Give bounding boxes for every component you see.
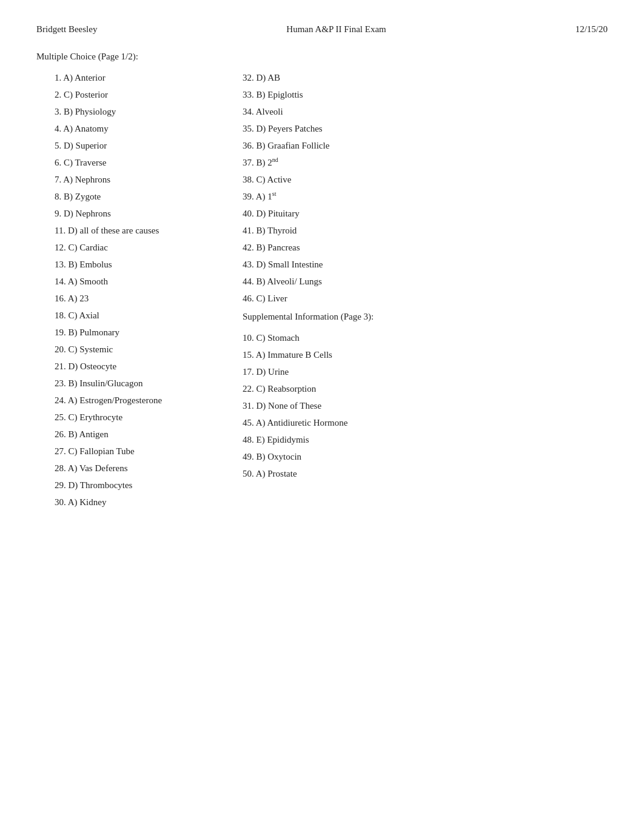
document-header: Bridgett Beesley Human A&P II Final Exam… [36,24,608,35]
list-item: 9. D) Nephrons [55,206,206,221]
supplemental-title: Supplemental Information (Page 3): [243,312,608,322]
list-item: 10. C) Stomach [243,330,608,345]
list-item: 39. A) 1st [243,189,608,204]
list-item: 41. B) Thyroid [243,223,608,238]
left-column: 1. A) Anterior 2. C) Posterior 3. B) Phy… [36,70,206,512]
list-item: 15. A) Immature B Cells [243,347,608,362]
exam-title: Human A&P II Final Exam [286,24,386,35]
list-item: 37. B) 2nd [243,155,608,170]
list-item: 34. Alveoli [243,104,608,119]
list-item: 50. A) Prostate [243,466,608,481]
list-item: 24. A) Estrogen/Progesterone [55,393,206,407]
list-item: 3. B) Physiology [55,104,206,119]
list-item: 36. B) Graafian Follicle [243,138,608,153]
right-answer-list: 32. D) AB 33. B) Epiglottis 34. Alveoli … [243,70,608,306]
exam-date: 12/15/20 [575,24,608,35]
list-item: 21. D) Osteocyte [55,359,206,374]
supplemental-section: Supplemental Information (Page 3): 10. C… [243,312,608,481]
list-item: 2. C) Posterior [55,87,206,102]
list-item: 11. D) all of these are causes [55,223,206,238]
list-item: 19. B) Pulmonary [55,325,206,340]
list-item: 7. A) Nephrons [55,172,206,187]
list-item: 46. C) Liver [243,291,608,306]
list-item: 40. D) Pituitary [243,206,608,221]
list-item: 32. D) AB [243,70,608,85]
student-name: Bridgett Beesley [36,24,97,35]
list-item: 17. D) Urine [243,364,608,379]
supplemental-answer-list: 10. C) Stomach 15. A) Immature B Cells 1… [243,330,608,481]
list-item: 43. D) Small Intestine [243,257,608,272]
list-item: 16. A) 23 [55,291,206,306]
list-item: 4. A) Anatomy [55,121,206,136]
list-item: 38. C) Active [243,172,608,187]
list-item: 6. C) Traverse [55,155,206,170]
list-item: 22. C) Reabsorption [243,381,608,396]
list-item: 1. A) Anterior [55,70,206,85]
list-item: 29. D) Thrombocytes [55,478,206,492]
list-item: 33. B) Epiglottis [243,87,608,102]
list-item: 30. A) Kidney [55,495,206,509]
list-item: 42. B) Pancreas [243,240,608,255]
list-item: 35. D) Peyers Patches [243,121,608,136]
list-item: 5. D) Superior [55,138,206,153]
list-item: 13. B) Embolus [55,257,206,272]
list-item: 31. D) None of These [243,398,608,413]
main-content: 1. A) Anterior 2. C) Posterior 3. B) Phy… [36,70,608,512]
list-item: 49. B) Oxytocin [243,449,608,464]
list-item: 25. C) Erythrocyte [55,410,206,424]
list-item: 20. C) Systemic [55,342,206,357]
list-item: 18. C) Axial [55,308,206,323]
list-item: 44. B) Alveoli/ Lungs [243,274,608,289]
list-item: 12. C) Cardiac [55,240,206,255]
right-column: 32. D) AB 33. B) Epiglottis 34. Alveoli … [243,70,608,512]
list-item: 45. A) Antidiuretic Hormone [243,415,608,430]
left-answer-list: 1. A) Anterior 2. C) Posterior 3. B) Phy… [55,70,206,509]
list-item: 23. B) Insulin/Glucagon [55,376,206,391]
list-item: 14. A) Smooth [55,274,206,289]
section-title: Multiple Choice (Page 1/2): [36,52,608,62]
list-item: 26. B) Antigen [55,427,206,441]
list-item: 27. C) Fallopian Tube [55,444,206,458]
list-item: 28. A) Vas Deferens [55,461,206,475]
list-item: 8. B) Zygote [55,189,206,204]
list-item: 48. E) Epididymis [243,432,608,447]
